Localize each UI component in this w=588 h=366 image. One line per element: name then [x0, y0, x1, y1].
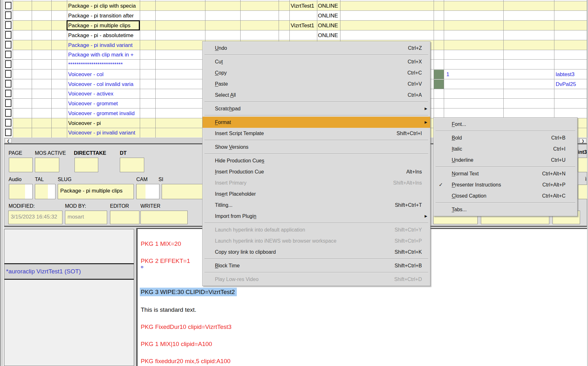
- menu-separator: [204, 154, 428, 154]
- row-clip-name: labtest3: [556, 70, 575, 79]
- grid-column-line: [554, 0, 554, 138]
- mod-by-field[interactable]: mosart: [65, 211, 107, 224]
- menu-item-select-all[interactable]: Select AllCtrl+A: [203, 89, 430, 101]
- row-clip-id: VizrtTest1: [291, 21, 314, 30]
- menu-separator: [204, 258, 428, 259]
- editor-field[interactable]: [110, 211, 139, 224]
- row-checkbox[interactable]: [5, 129, 11, 136]
- audio-field[interactable]: [9, 184, 33, 199]
- selected-cell-border: [67, 20, 140, 30]
- row-checkbox[interactable]: [5, 90, 11, 97]
- cue-list-selected-item[interactable]: *auroraclip VizrtTest1 (SOT): [4, 263, 134, 280]
- modified-value: 3/15/2023 16:45:32: [9, 211, 62, 220]
- menu-item-italic[interactable]: ItalicCtrl+I: [434, 143, 577, 154]
- menu-item-paste[interactable]: PasteCtrl+V: [203, 78, 430, 89]
- row-checkbox[interactable]: [5, 109, 11, 117]
- menu-item-tabs[interactable]: Tabs...: [434, 204, 577, 215]
- menu-item-copy-story-link-to-clipboard[interactable]: Copy story link to clipboardShift+Ctrl+K: [203, 246, 430, 258]
- directtake-field[interactable]: [74, 158, 98, 172]
- row-slug: Voiceover - grommet invalid: [68, 109, 140, 118]
- row-checkbox[interactable]: [5, 31, 11, 39]
- menu-item-show-versions[interactable]: Show Versions: [203, 141, 430, 153]
- grid-column-line: [155, 0, 156, 138]
- row-checkbox[interactable]: [5, 99, 11, 107]
- writer-field[interactable]: [140, 211, 188, 224]
- right-partial-label: int3: [578, 149, 587, 155]
- row-checkbox[interactable]: [5, 60, 11, 68]
- row-slug: Voiceover - grommet: [68, 99, 140, 108]
- row-slug: Package - pi transition after: [68, 11, 140, 20]
- menu-item-undo[interactable]: UndoCtrl+Z: [203, 42, 430, 54]
- menu-separator: [204, 140, 428, 141]
- menu-item-cut[interactable]: CutCtrl+X: [203, 56, 430, 67]
- slug-value: Package - pi multiple clips: [58, 184, 133, 194]
- menu-item-insert-placeholder[interactable]: Insert Placeholder: [203, 188, 430, 199]
- script-line: This is standard text.: [141, 306, 196, 313]
- row-slug: Voiceover - pi invalid variant: [68, 128, 140, 137]
- row-checkbox[interactable]: [5, 51, 11, 58]
- row-checkbox[interactable]: [5, 11, 11, 19]
- grid-column-line: [503, 0, 504, 138]
- cam-field[interactable]: [136, 184, 159, 199]
- menu-item-bold[interactable]: BoldCtrl+B: [434, 132, 577, 143]
- right-partial-field[interactable]: [578, 158, 588, 172]
- menu-item-presenter-instructions[interactable]: Presenter InstructionsCtrl+Alt+P✓: [434, 179, 577, 190]
- menu-item-insert-production-cue[interactable]: Insert Production CueAlt+Ins: [203, 166, 430, 177]
- menu-item-import-from-plugin[interactable]: Import from Plugin▶: [203, 211, 430, 222]
- row-slug: Package - pi - absolutetime: [68, 31, 140, 40]
- row-slug: Voiceover - col invalid varia: [68, 80, 140, 89]
- right-partial-field-2[interactable]: [578, 185, 588, 199]
- tal-field[interactable]: [35, 184, 55, 199]
- grid-row-line: [4, 1, 587, 1]
- slug-field[interactable]: Package - pi multiple clips: [58, 184, 134, 199]
- grid-column-line: [32, 0, 32, 138]
- si-field[interactable]: [162, 184, 203, 199]
- row-checkbox[interactable]: [5, 80, 11, 88]
- row-slug: Voiceover - pi: [68, 119, 140, 128]
- script-line: ¤: [141, 264, 143, 270]
- row-status-cell-green: [434, 80, 444, 89]
- row-checkbox[interactable]: [5, 2, 11, 9]
- row-slug: Package - pi clip with specia: [68, 2, 140, 10]
- menu-item-scratchpad[interactable]: Scratchpad▶: [203, 103, 430, 114]
- menu-item-hide-production-cues[interactable]: Hide Production Cues: [203, 155, 430, 166]
- modified-field[interactable]: 3/15/2023 16:45:32: [8, 211, 62, 224]
- script-line: PKG FixedDur10 clipid=VizrtTest3: [141, 324, 231, 330]
- mos-active-field[interactable]: [35, 158, 59, 172]
- row-slug: Voiceover - col: [68, 70, 140, 79]
- menu-item-underline[interactable]: UnderlineCtrl+U: [434, 154, 577, 166]
- window-left-border: [0, 0, 4, 366]
- mod-by-value: mosart: [65, 211, 107, 220]
- scroll-left-button[interactable]: ❮: [5, 138, 12, 143]
- menu-item-launch-hyperlink-into-inews-web-browser-workspace: Launch hyperlink into iNEWS web browser …: [203, 235, 430, 246]
- menu-item-block-time[interactable]: Block TimeShift+Ctrl+B: [203, 260, 430, 271]
- menu-item-titling[interactable]: Titling...Shift+Ctrl+T: [203, 199, 430, 211]
- menu-item-normal-text[interactable]: Normal TextCtrl+Alt+N: [434, 168, 577, 179]
- row-checkbox[interactable]: [5, 41, 11, 49]
- row-checkbox[interactable]: [5, 119, 11, 127]
- row-slug: Package - pi invalid variant: [68, 41, 140, 50]
- menu-item-insert-script-template[interactable]: Insert Script TemplateShift+Ctrl+I: [203, 128, 430, 139]
- menu-separator: [204, 272, 428, 273]
- directtake-label: DIRECTTAKE: [74, 150, 106, 156]
- page-field[interactable]: [9, 158, 33, 172]
- right-partial-label-2: ì: [585, 176, 586, 182]
- slug-label: SLUG: [58, 177, 72, 182]
- script-line: PKG 1 MIX=20: [141, 240, 181, 247]
- production-cue-list[interactable]: *auroraclip VizrtTest1 (SOT): [4, 229, 134, 366]
- dt-label: DT: [120, 150, 126, 156]
- scroll-right-button[interactable]: ❯: [579, 138, 586, 143]
- si-label: SI: [158, 177, 163, 182]
- row-checkbox[interactable]: [5, 21, 11, 29]
- checkmark-icon: ✓: [439, 179, 443, 190]
- menu-item-format[interactable]: Format▶: [203, 117, 430, 128]
- audio-label: Audio: [9, 177, 22, 182]
- dt-field[interactable]: [120, 158, 144, 172]
- menu-item-closed-caption[interactable]: Closed CaptionCtrl+Alt+C: [434, 190, 577, 201]
- menu-item-font[interactable]: Font...: [434, 119, 577, 130]
- writer-label: WRITER: [140, 203, 160, 209]
- menu-item-copy[interactable]: CopyCtrl+C: [203, 67, 430, 78]
- menu-separator: [204, 55, 428, 55]
- row-slug: **************************: [68, 60, 140, 69]
- row-checkbox[interactable]: [5, 70, 11, 78]
